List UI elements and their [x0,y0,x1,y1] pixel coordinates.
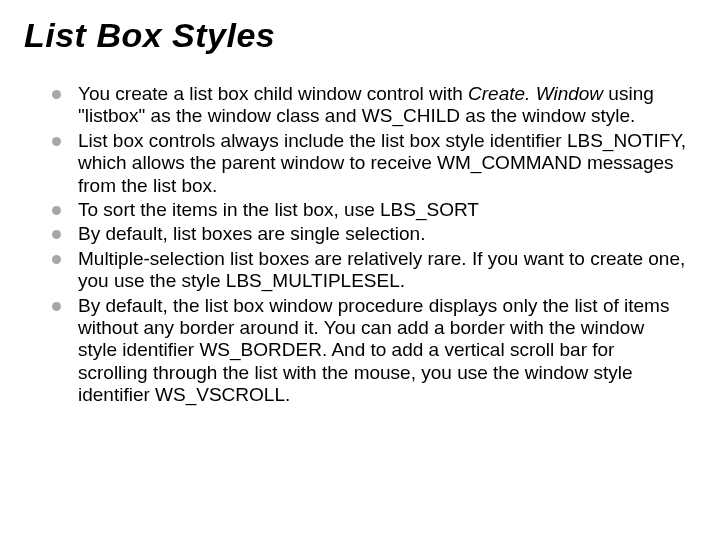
bullet-text-pre: By default, the list box window procedur… [78,295,669,406]
bullet-list: You create a list box child window contr… [24,83,696,407]
list-item: To sort the items in the list box, use L… [78,199,696,221]
list-item: You create a list box child window contr… [78,83,696,128]
slide-title: List Box Styles [24,16,696,55]
list-item: By default, the list box window procedur… [78,295,696,407]
bullet-text-pre: You create a list box child window contr… [78,83,468,104]
bullet-text-pre: Multiple-selection list boxes are relati… [78,248,685,291]
list-item: List box controls always include the lis… [78,130,696,197]
bullet-text-pre: List box controls always include the lis… [78,130,686,196]
bullet-text-pre: To sort the items in the list box, use L… [78,199,479,220]
list-item: Multiple-selection list boxes are relati… [78,248,696,293]
bullet-text-em: Create. Window [468,83,603,104]
slide: List Box Styles You create a list box ch… [0,0,720,540]
list-item: By default, list boxes are single select… [78,223,696,245]
bullet-text-pre: By default, list boxes are single select… [78,223,425,244]
